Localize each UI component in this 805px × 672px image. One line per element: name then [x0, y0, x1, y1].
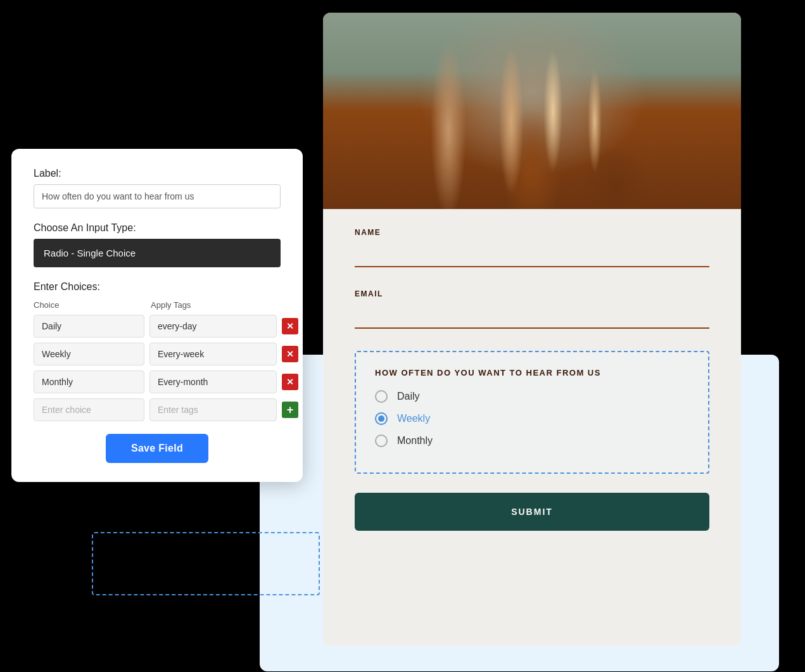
hero-image — [323, 13, 741, 209]
choices-section-label: Enter Choices: — [34, 281, 281, 293]
delete-monthly-icon: ✕ — [286, 377, 294, 387]
add-choice-icon: + — [287, 403, 294, 417]
submit-button[interactable]: SUBMIT — [355, 493, 709, 531]
save-field-button[interactable]: Save Field — [106, 434, 208, 463]
choice-row-daily: ✕ — [34, 315, 281, 338]
label-field-group: Label: — [34, 168, 281, 208]
delete-monthly-button[interactable]: ✕ — [282, 374, 298, 390]
radio-circle-monthly — [375, 434, 388, 447]
input-type-label: Choose An Input Type: — [34, 222, 281, 234]
radio-question-section: HOW OFTEN DO YOU WANT TO HEAR FROM US Da… — [355, 351, 709, 474]
email-input[interactable] — [355, 306, 709, 329]
choice-row-monthly: ✕ — [34, 371, 281, 393]
radio-label-daily: Daily — [397, 391, 420, 402]
email-label: EMAIL — [355, 289, 709, 298]
choice-col-header: Choice — [34, 300, 144, 310]
input-type-select[interactable]: Radio - Single Choice — [34, 239, 281, 267]
choices-section: Enter Choices: Choice Apply Tags ✕ ✕ — [34, 281, 281, 421]
choices-header: Choice Apply Tags — [34, 300, 281, 310]
tags-col-header: Apply Tags — [151, 300, 281, 310]
choice-input-monthly[interactable] — [34, 371, 144, 393]
radio-label-monthly: Monthly — [397, 435, 433, 447]
new-choice-row: + — [34, 398, 281, 421]
editor-panel: Label: Choose An Input Type: Radio - Sin… — [11, 149, 303, 482]
radio-option-daily[interactable]: Daily — [375, 390, 689, 403]
choice-input-weekly[interactable] — [34, 343, 144, 365]
label-field-label: Label: — [34, 168, 281, 179]
delete-daily-icon: ✕ — [286, 321, 294, 331]
radio-question-title: HOW OFTEN DO YOU WANT TO HEAR FROM US — [375, 368, 689, 377]
form-preview-panel: NAME EMAIL HOW OFTEN DO YOU WANT TO HEAR… — [323, 13, 741, 646]
radio-label-weekly: Weekly — [397, 413, 430, 424]
radio-circle-weekly — [375, 412, 388, 425]
input-type-field-group: Choose An Input Type: Radio - Single Cho… — [34, 222, 281, 267]
label-input[interactable] — [34, 184, 281, 208]
name-label: NAME — [355, 228, 709, 237]
delete-daily-button[interactable]: ✕ — [282, 318, 298, 334]
tag-input-weekly[interactable] — [149, 343, 277, 365]
tag-input-monthly[interactable] — [149, 371, 277, 393]
tag-input-daily[interactable] — [149, 315, 277, 338]
email-field-group: EMAIL — [355, 289, 709, 329]
dashed-connector-box — [92, 532, 320, 595]
choice-row-weekly: ✕ — [34, 343, 281, 365]
name-field-group: NAME — [355, 228, 709, 267]
choice-input-daily[interactable] — [34, 315, 144, 338]
delete-weekly-icon: ✕ — [286, 349, 294, 359]
radio-circle-daily — [375, 390, 388, 403]
name-input[interactable] — [355, 244, 709, 267]
new-tag-input[interactable] — [149, 398, 277, 421]
delete-weekly-button[interactable]: ✕ — [282, 346, 298, 362]
add-choice-button[interactable]: + — [282, 402, 298, 418]
new-choice-input[interactable] — [34, 398, 144, 421]
radio-option-monthly[interactable]: Monthly — [375, 434, 689, 447]
radio-option-weekly[interactable]: Weekly — [375, 412, 689, 425]
